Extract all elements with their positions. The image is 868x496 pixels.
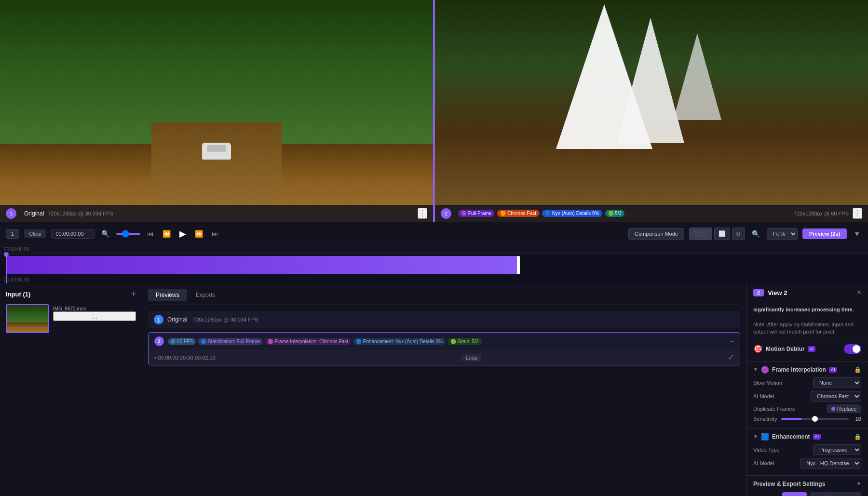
motion-deblur-label: Motion Deblur: [766, 346, 805, 352]
preview-item-2[interactable]: 2 @ 60 FPS 🔵 Stabilization: Full-Frame 🟣…: [148, 332, 740, 365]
chevron-down-icon: ▼: [753, 367, 758, 372]
timeline-start-time: 00:00:00.00: [4, 247, 29, 252]
sensitivity-row: Sensitivity 10: [753, 416, 861, 422]
video-panel-left: 1 Original 720x1280px @ 30.034 FPS ⋮: [0, 0, 433, 222]
close-view2-button[interactable]: ×: [857, 288, 861, 297]
settings-note: significantly increases processing time.…: [746, 302, 868, 340]
timeline-ruler: 00:00:00.00: [0, 245, 868, 254]
settings-header: 2 View 2 ×: [746, 283, 868, 302]
preview-item-1: 1 Original 720x1280px @ 30.034 FPS: [148, 311, 740, 328]
frame-number: 1: [6, 229, 19, 239]
motion-deblur-header[interactable]: 🎯 Motion Deblur AI: [753, 344, 861, 354]
export-settings-header: Preview & Export Settings ▼: [753, 481, 861, 487]
video-type-select[interactable]: Progressive: [813, 444, 861, 455]
tab-bar: Previews Exports: [148, 289, 740, 305]
video-type-row: Video Type Progressive: [753, 444, 861, 455]
skip-end-button[interactable]: ⏭: [210, 228, 220, 240]
replace-button[interactable]: Replace: [827, 404, 861, 413]
motion-deblur-ai-badge: AI: [808, 346, 816, 352]
preview-pills-2: @ 60 FPS 🔵 Stabilization: Full-Frame 🟣 F…: [168, 338, 482, 345]
replace-dot: [831, 407, 835, 411]
lock-icon: 🔒: [854, 366, 861, 373]
pill-enhancement: 🔵 Enhancement: Nyx (Auto) Details 0%: [353, 338, 446, 345]
frame-interpolation-section: ▼ 🟣 Frame Interpolation AI 🔒 Slow Motion…: [746, 362, 868, 429]
timeline-time-label: 00:00:00.00: [0, 276, 868, 283]
enhancement-label: Enhancement: [772, 433, 810, 440]
fit-selector[interactable]: Fit %: [767, 228, 798, 240]
tab-previews[interactable]: Previews: [148, 289, 187, 301]
output-type-image-seq-button[interactable]: Image Sequence: [810, 492, 861, 496]
step-back-button[interactable]: ⏪: [161, 228, 173, 240]
media-thumbnail[interactable]: [6, 304, 49, 333]
pill-grain: 🟢 5/2: [605, 210, 625, 217]
video-type-label: Video Type: [753, 447, 780, 453]
media-item-menu[interactable]: ...: [53, 311, 136, 321]
enhancement-header[interactable]: ▼ 🟦 Enhancement AI 🔒: [753, 433, 861, 441]
timeline-handle-right[interactable]: [517, 256, 520, 274]
preview-item-1-header: 1 Original 720x1280px @ 30.034 FPS: [148, 311, 740, 328]
export-settings-section: Preview & Export Settings ▼ Output Type …: [746, 476, 868, 496]
enhancement-ai-model-row: AI Model Nyx - HQ Denoise: [753, 458, 861, 469]
pill-nyx: 🔵 Nyx (Auto) Details 0%: [542, 210, 602, 217]
replace-label: Replace: [837, 406, 856, 412]
preview-options-button[interactable]: ▼: [852, 228, 862, 240]
view-side-by-side[interactable]: ⬛⬛: [689, 228, 712, 240]
settings-panel: 2 View 2 × significantly increases proce…: [746, 283, 868, 496]
time-input[interactable]: [51, 229, 95, 239]
pill-grain-2: 🟢 Grain: 5/2: [448, 338, 482, 345]
comparison-mode-button[interactable]: Comparison Mode: [628, 228, 684, 240]
video-area: 1 Original 720x1280px @ 30.034 FPS ⋮ 2 🟣…: [0, 0, 868, 222]
pixel-note: Note: After applying stabilization, inpu…: [753, 322, 854, 335]
loop-button[interactable]: Loop: [462, 354, 481, 362]
video-divider[interactable]: [433, 0, 435, 222]
panel-menu-left[interactable]: ⋮: [418, 208, 427, 219]
enhancement-ai-badge: AI: [813, 434, 821, 440]
panel-resolution-right: 720x1280px @ 60 FPS: [794, 211, 849, 216]
clear-button[interactable]: Clear: [24, 229, 46, 238]
preview-item-2-header: 2 @ 60 FPS 🔵 Stabilization: Full-Frame 🟣…: [149, 333, 740, 350]
bottom-area: Input (1) + IMG_8672.mov ... Previews Ex…: [0, 283, 868, 496]
play-button[interactable]: ▶: [177, 227, 188, 241]
sensitivity-label: Sensitivity: [753, 416, 777, 422]
frame-interp-header[interactable]: ▼ 🟣 Frame Interpolation AI 🔒: [753, 366, 861, 374]
output-type-buttons: Video Image Sequence: [782, 492, 861, 496]
motion-deblur-toggle[interactable]: [844, 344, 861, 354]
view-single[interactable]: ⬜: [714, 228, 730, 240]
output-type-row: Output Type Video Image Sequence: [753, 492, 861, 496]
step-forward-button[interactable]: ⏩: [193, 228, 205, 240]
add-input-button[interactable]: +: [131, 289, 136, 299]
input-panel: Input (1) + IMG_8672.mov ...: [0, 283, 142, 496]
panel-menu-right[interactable]: ⋮: [853, 208, 862, 219]
skip-start-button[interactable]: ⏮: [145, 228, 156, 240]
enhancement-icon: 🟦: [761, 433, 769, 441]
panel-number-1: 1: [6, 208, 16, 219]
timeline-track-fill: [6, 256, 520, 274]
preview-button[interactable]: Preview (2s): [802, 228, 847, 239]
preview-title-1: Original: [167, 316, 187, 323]
collapse-preview-button[interactable]: −: [730, 337, 734, 345]
view2-badge: 2: [753, 289, 764, 296]
view-overlay[interactable]: ⧉: [732, 228, 745, 240]
check-icon: ✓: [728, 353, 734, 362]
slow-motion-select[interactable]: None: [813, 377, 861, 388]
enhancement-ai-model-select[interactable]: Nyx - HQ Denoise: [800, 458, 861, 469]
pill-chronos: 🟠 Chronos Fast: [497, 210, 539, 217]
note-emphasis: significantly increases processing time.: [753, 307, 854, 312]
frame-interp-icon: 🟣: [761, 366, 769, 374]
enhancement-section: ▼ 🟦 Enhancement AI 🔒 Video Type Progress…: [746, 429, 868, 476]
preview-resolution-1: 720x1280px @ 30.034 FPS: [193, 317, 258, 322]
panel-title-left: Original: [24, 210, 44, 217]
view2-label: View 2: [768, 289, 787, 296]
output-type-video-button[interactable]: Video: [782, 492, 807, 496]
sensitivity-slider[interactable]: [781, 418, 849, 420]
timeline-playhead[interactable]: [6, 254, 7, 283]
ai-model-select[interactable]: Chronos Fast: [811, 391, 861, 402]
search-icon[interactable]: 🔍: [99, 228, 111, 240]
view-options: ⬛⬛ ⬜ ⧉: [689, 228, 745, 240]
preview-num-2: 2: [154, 336, 164, 346]
tab-exports[interactable]: Exports: [188, 289, 223, 301]
duplicate-frames-row: Duplicate Frames Replace: [753, 404, 861, 413]
video-display-right: [435, 0, 868, 222]
zoom-out-icon[interactable]: 🔍: [750, 228, 762, 240]
zoom-slider[interactable]: [116, 233, 140, 235]
